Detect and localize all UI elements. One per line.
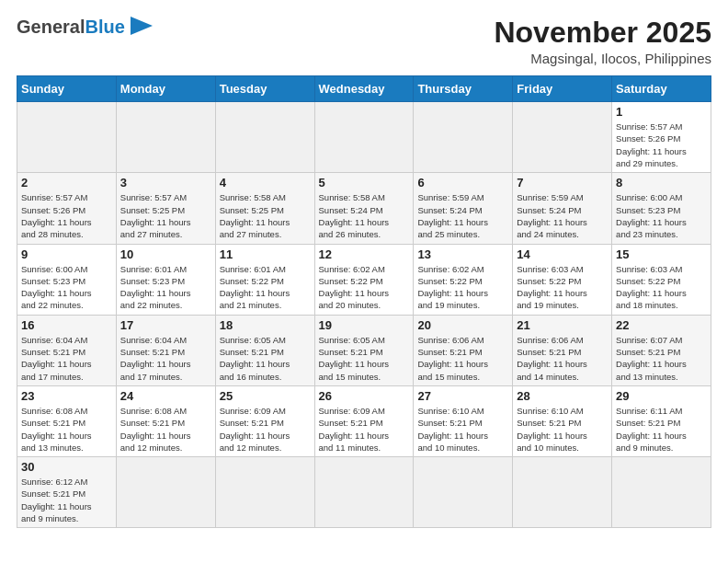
day-number: 1 — [616, 105, 707, 119]
day-info: Sunrise: 6:09 AM Sunset: 5:21 PM Dayligh… — [319, 405, 410, 454]
table-row: 4Sunrise: 5:58 AM Sunset: 5:25 PM Daylig… — [215, 173, 314, 244]
day-number: 16 — [21, 318, 112, 332]
table-row: 20Sunrise: 6:06 AM Sunset: 5:21 PM Dayli… — [414, 315, 513, 385]
logo-general: General — [17, 17, 85, 37]
day-number: 3 — [120, 176, 211, 190]
day-info: Sunrise: 6:00 AM Sunset: 5:23 PM Dayligh… — [616, 191, 707, 240]
day-info: Sunrise: 6:01 AM Sunset: 5:23 PM Dayligh… — [120, 263, 211, 312]
day-number: 25 — [220, 389, 311, 403]
table-row — [215, 457, 314, 528]
day-number: 28 — [517, 389, 608, 403]
table-row: 12Sunrise: 6:02 AM Sunset: 5:22 PM Dayli… — [314, 244, 414, 315]
day-info: Sunrise: 6:10 AM Sunset: 5:21 PM Dayligh… — [517, 405, 608, 454]
table-row: 11Sunrise: 6:01 AM Sunset: 5:22 PM Dayli… — [215, 244, 314, 315]
weekday-monday: Monday — [116, 76, 215, 102]
day-number: 18 — [220, 318, 311, 332]
weekday-tuesday: Tuesday — [215, 76, 314, 102]
table-row: 14Sunrise: 6:03 AM Sunset: 5:22 PM Dayli… — [513, 244, 612, 315]
table-row: 16Sunrise: 6:04 AM Sunset: 5:21 PM Dayli… — [17, 315, 117, 385]
table-row — [116, 457, 215, 528]
calendar-header: Sunday Monday Tuesday Wednesday Thursday… — [17, 76, 711, 102]
day-number: 19 — [319, 318, 410, 332]
calendar-week-row: 23Sunrise: 6:08 AM Sunset: 5:21 PM Dayli… — [17, 385, 711, 456]
day-number: 27 — [417, 389, 508, 403]
day-number: 13 — [417, 247, 508, 261]
day-info: Sunrise: 6:05 AM Sunset: 5:21 PM Dayligh… — [220, 334, 311, 383]
weekday-friday: Friday — [513, 76, 612, 102]
table-row: 29Sunrise: 6:11 AM Sunset: 5:21 PM Dayli… — [612, 385, 711, 456]
calendar-week-row: 2Sunrise: 5:57 AM Sunset: 5:26 PM Daylig… — [17, 173, 711, 244]
day-info: Sunrise: 6:06 AM Sunset: 5:21 PM Dayligh… — [417, 334, 508, 383]
day-number: 21 — [517, 318, 608, 332]
table-row: 30Sunrise: 6:12 AM Sunset: 5:21 PM Dayli… — [17, 457, 117, 528]
table-row: 10Sunrise: 6:01 AM Sunset: 5:23 PM Dayli… — [116, 244, 215, 315]
weekday-row: Sunday Monday Tuesday Wednesday Thursday… — [17, 76, 711, 102]
calendar-week-row: 16Sunrise: 6:04 AM Sunset: 5:21 PM Dayli… — [17, 315, 711, 385]
day-number: 17 — [120, 318, 211, 332]
day-number: 5 — [319, 176, 410, 190]
table-row: 24Sunrise: 6:08 AM Sunset: 5:21 PM Dayli… — [116, 385, 215, 456]
table-row: 25Sunrise: 6:09 AM Sunset: 5:21 PM Dayli… — [215, 385, 314, 456]
table-row — [314, 102, 414, 173]
day-number: 7 — [517, 176, 608, 190]
table-row — [513, 102, 612, 173]
weekday-wednesday: Wednesday — [314, 76, 414, 102]
day-info: Sunrise: 5:57 AM Sunset: 5:26 PM Dayligh… — [21, 191, 112, 240]
table-row — [215, 102, 314, 173]
calendar-week-row: 1Sunrise: 5:57 AM Sunset: 5:26 PM Daylig… — [17, 102, 711, 173]
table-row: 19Sunrise: 6:05 AM Sunset: 5:21 PM Dayli… — [314, 315, 414, 385]
day-number: 6 — [417, 176, 508, 190]
table-row: 9Sunrise: 6:00 AM Sunset: 5:23 PM Daylig… — [17, 244, 117, 315]
table-row: 5Sunrise: 5:58 AM Sunset: 5:24 PM Daylig… — [314, 173, 414, 244]
day-info: Sunrise: 6:12 AM Sunset: 5:21 PM Dayligh… — [21, 476, 112, 524]
day-number: 8 — [616, 176, 707, 190]
day-number: 30 — [21, 460, 112, 474]
weekday-saturday: Saturday — [612, 76, 711, 102]
day-info: Sunrise: 6:08 AM Sunset: 5:21 PM Dayligh… — [120, 405, 211, 454]
day-info: Sunrise: 6:10 AM Sunset: 5:21 PM Dayligh… — [417, 405, 508, 454]
day-info: Sunrise: 6:02 AM Sunset: 5:22 PM Dayligh… — [417, 263, 508, 312]
logo-text: GeneralBlue — [17, 17, 125, 38]
day-number: 4 — [220, 176, 311, 190]
table-row — [414, 457, 513, 528]
page: GeneralBlue November 2025 Magsingal, Ilo… — [0, 0, 728, 537]
day-number: 2 — [21, 176, 112, 190]
day-info: Sunrise: 6:08 AM Sunset: 5:21 PM Dayligh… — [21, 405, 112, 454]
day-number: 9 — [21, 247, 112, 261]
day-info: Sunrise: 5:59 AM Sunset: 5:24 PM Dayligh… — [517, 191, 608, 240]
day-number: 20 — [417, 318, 508, 332]
day-info: Sunrise: 6:00 AM Sunset: 5:23 PM Dayligh… — [21, 263, 112, 312]
day-number: 29 — [616, 389, 707, 403]
day-info: Sunrise: 6:04 AM Sunset: 5:21 PM Dayligh… — [21, 334, 112, 383]
calendar-week-row: 9Sunrise: 6:00 AM Sunset: 5:23 PM Daylig… — [17, 244, 711, 315]
day-number: 23 — [21, 389, 112, 403]
day-info: Sunrise: 6:11 AM Sunset: 5:21 PM Dayligh… — [616, 405, 707, 454]
table-row: 7Sunrise: 5:59 AM Sunset: 5:24 PM Daylig… — [513, 173, 612, 244]
table-row — [314, 457, 414, 528]
table-row — [513, 457, 612, 528]
table-row: 22Sunrise: 6:07 AM Sunset: 5:21 PM Dayli… — [612, 315, 711, 385]
table-row: 28Sunrise: 6:10 AM Sunset: 5:21 PM Dayli… — [513, 385, 612, 456]
table-row: 13Sunrise: 6:02 AM Sunset: 5:22 PM Dayli… — [414, 244, 513, 315]
calendar-body: 1Sunrise: 5:57 AM Sunset: 5:26 PM Daylig… — [17, 102, 711, 528]
table-row — [116, 102, 215, 173]
day-info: Sunrise: 5:57 AM Sunset: 5:25 PM Dayligh… — [120, 191, 211, 240]
day-number: 10 — [120, 247, 211, 261]
weekday-sunday: Sunday — [17, 76, 117, 102]
header: GeneralBlue November 2025 Magsingal, Ilo… — [17, 17, 711, 66]
logo-blue: Blue — [85, 17, 124, 37]
table-row: 3Sunrise: 5:57 AM Sunset: 5:25 PM Daylig… — [116, 173, 215, 244]
day-info: Sunrise: 5:58 AM Sunset: 5:25 PM Dayligh… — [220, 191, 311, 240]
table-row: 26Sunrise: 6:09 AM Sunset: 5:21 PM Dayli… — [314, 385, 414, 456]
day-info: Sunrise: 5:58 AM Sunset: 5:24 PM Dayligh… — [319, 191, 410, 240]
svg-marker-0 — [131, 17, 153, 35]
table-row — [414, 102, 513, 173]
table-row — [17, 102, 117, 173]
calendar-week-row: 30Sunrise: 6:12 AM Sunset: 5:21 PM Dayli… — [17, 457, 711, 528]
table-row: 21Sunrise: 6:06 AM Sunset: 5:21 PM Dayli… — [513, 315, 612, 385]
day-number: 26 — [319, 389, 410, 403]
day-number: 12 — [319, 247, 410, 261]
day-info: Sunrise: 6:02 AM Sunset: 5:22 PM Dayligh… — [319, 263, 410, 312]
day-number: 15 — [616, 247, 707, 261]
location: Magsingal, Ilocos, Philippines — [494, 51, 711, 66]
